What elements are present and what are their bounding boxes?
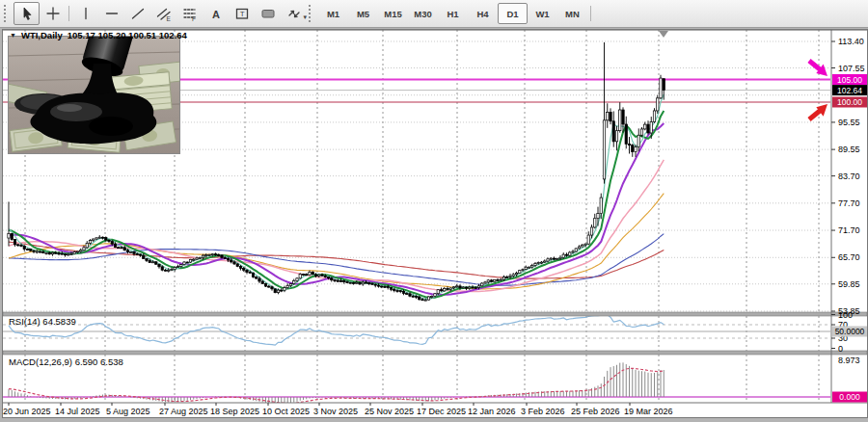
chart-area: 113.40107.5595.5589.5583.7077.7071.7065.…: [2, 29, 868, 418]
tool-text-label[interactable]: T: [229, 2, 255, 25]
timeframe-d1[interactable]: D1: [498, 3, 528, 24]
tool-trendline[interactable]: [124, 2, 150, 25]
svg-text:E: E: [166, 15, 171, 22]
panel-splitter[interactable]: [3, 351, 867, 355]
toolbar-grip[interactable]: [309, 5, 314, 22]
rsi-layer: [9, 315, 664, 345]
timeframe-h4[interactable]: H4: [468, 3, 498, 24]
timeframe-m15[interactable]: M15: [378, 3, 408, 24]
tool-equidistant-channel[interactable]: E: [150, 2, 176, 25]
timeframe-m30[interactable]: M30: [408, 3, 438, 24]
price-axis-drag-area[interactable]: [831, 30, 867, 403]
dropdown-caret-icon[interactable]: ▾: [303, 13, 307, 21]
timeframe-mn[interactable]: MN: [557, 3, 587, 24]
ohlc-values: 105.17 105.20 100.51 102.64: [68, 30, 187, 40]
panel-splitter[interactable]: [3, 312, 867, 316]
macd-indicator-label: MACD(12,26,9) 6.590 6.538: [9, 356, 123, 367]
tool-crosshair[interactable]: [40, 2, 66, 25]
tool-arrows[interactable]: ▾: [281, 2, 307, 25]
toolbar-separator: [590, 6, 591, 21]
tool-fibonacci-retracement[interactable]: F: [176, 2, 203, 25]
tool-shapes[interactable]: [255, 2, 281, 25]
svg-text:T: T: [239, 10, 244, 18]
symbol-dropdown-icon[interactable]: ▼: [10, 32, 16, 39]
timeframe-w1[interactable]: W1: [528, 3, 557, 24]
toolbar: EFAT▾M1M5M15M30H1H4D1W1MN: [0, 0, 868, 28]
chart-title: ▼ WTI,Daily 105.17 105.20 100.51 102.64: [10, 31, 187, 40]
toolbar-separator: [68, 6, 69, 21]
tool-cursor[interactable]: [14, 2, 40, 25]
news-photo-art: [9, 37, 179, 153]
tool-horizontal-line[interactable]: [98, 2, 124, 25]
rsi-indicator-label: RSI(14) 64.5839: [9, 316, 76, 327]
timeframe-h1[interactable]: H1: [438, 3, 468, 24]
svg-text:F: F: [192, 15, 196, 22]
timeframe-m1[interactable]: M1: [318, 3, 348, 24]
tool-text[interactable]: A: [203, 2, 229, 25]
toolbar-grip[interactable]: [4, 5, 10, 22]
macd-layer: [9, 362, 664, 404]
time-axis-drag-area[interactable]: [3, 403, 867, 417]
mt4-window: EFAT▾M1M5M15M30H1H4D1W1MN 113.40107.5595…: [0, 0, 868, 422]
tool-vertical-line[interactable]: [72, 2, 98, 25]
timeframe-m5[interactable]: M5: [348, 3, 378, 24]
svg-text:A: A: [212, 9, 220, 20]
news-photo: [9, 37, 179, 153]
symbol-label: WTI,Daily: [21, 30, 63, 40]
